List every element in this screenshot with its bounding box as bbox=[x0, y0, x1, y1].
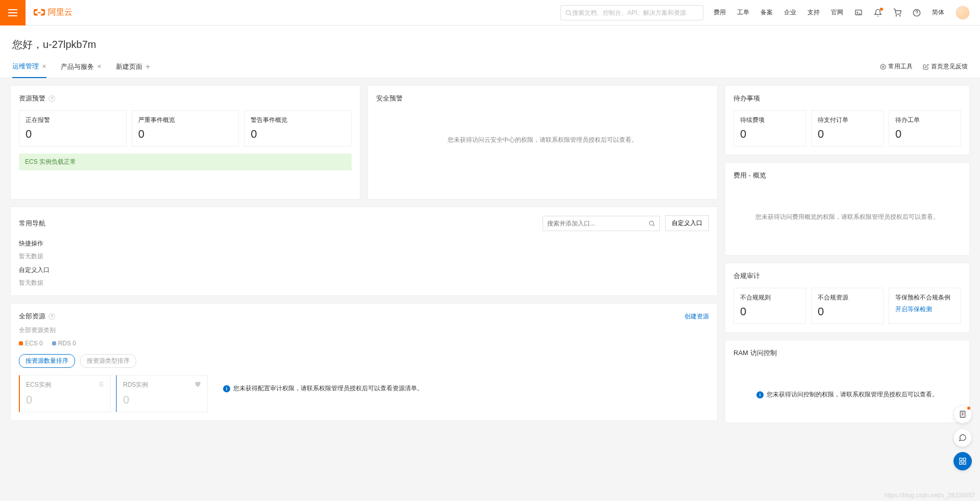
svg-line-1 bbox=[570, 14, 571, 15]
top-link-website[interactable]: 官网 bbox=[831, 8, 843, 17]
svg-point-4 bbox=[900, 15, 900, 16]
legend-ecs: ECS 0 bbox=[19, 340, 43, 347]
gear-icon bbox=[880, 64, 886, 70]
panel-title-text: 资源预警 bbox=[19, 94, 45, 103]
panel-title-text: 常用导航 bbox=[19, 219, 45, 228]
stat-renewal[interactable]: 待续费项 0 bbox=[733, 110, 806, 146]
float-chat-button[interactable] bbox=[953, 429, 972, 430]
stat-pending-order[interactable]: 待支付订单 0 bbox=[811, 110, 884, 146]
tab-new[interactable]: 新建页面 + bbox=[116, 56, 150, 78]
stat-noncompliant-resources[interactable]: 不合规资源 0 bbox=[811, 288, 884, 324]
topbar: 阿里云 费用 工单 备案 企业 支持 官网 简体 bbox=[0, 0, 980, 26]
stat-critical[interactable]: 严重事件概览 0 bbox=[132, 110, 239, 146]
brand-text: 阿里云 bbox=[48, 7, 72, 18]
stat-classified-protection[interactable]: 等保预检不合规条例 开启等保检测 bbox=[889, 288, 961, 324]
quick-ops-label: 快捷操作 bbox=[19, 239, 709, 248]
help-icon[interactable]: ? bbox=[48, 313, 55, 320]
panel-cost: 费用 - 概览 您未获得访问费用概览的权限，请联系权限管理员授权后可以查看。 bbox=[725, 162, 970, 256]
info-icon: i bbox=[223, 385, 230, 392]
tab-label: 运维管理 bbox=[12, 62, 39, 71]
resource-permission-msg: i 您未获得配置审计权限，请联系权限管理员授权后可以查看资源清单。 bbox=[213, 375, 423, 393]
float-survey-button[interactable] bbox=[953, 405, 972, 423]
svg-point-0 bbox=[566, 10, 570, 14]
svg-point-7 bbox=[649, 221, 653, 225]
panel-ram: RAM 访问控制 i 您未获得访问控制的权限，请联系权限管理员授权后可以查看。 bbox=[725, 340, 970, 423]
stat-noncompliant-rules[interactable]: 不合规规则 0 bbox=[733, 288, 806, 324]
hamburger-icon bbox=[8, 9, 17, 16]
help-icon[interactable]: ? bbox=[48, 95, 55, 102]
panel-title-text: 合规审计 bbox=[733, 271, 760, 281]
quick-ops-empty: 暂无数据 bbox=[19, 252, 709, 261]
nav-search[interactable] bbox=[543, 216, 660, 231]
cart-icon[interactable] bbox=[893, 9, 901, 17]
survey-icon bbox=[959, 410, 967, 418]
nav-search-input[interactable] bbox=[547, 220, 648, 227]
svg-rect-2 bbox=[855, 10, 862, 14]
panel-nav: 常用导航 自定义入口 快捷操作 暂无数据 自定义入口 暂无数据 bbox=[10, 207, 718, 296]
custom-entry-button[interactable]: 自定义入口 bbox=[665, 215, 709, 231]
enable-protection-link[interactable]: 开启等保检测 bbox=[895, 305, 954, 314]
stat-pending-ticket[interactable]: 待办工单 0 bbox=[889, 110, 961, 146]
panel-compliance: 合规审计 不合规规则 0 不合规资源 0 等保预检不合规条例 开启等保检测 bbox=[725, 263, 970, 333]
close-icon[interactable]: ✕ bbox=[42, 63, 46, 70]
custom-entry-empty: 暂无数据 bbox=[19, 279, 709, 287]
legend-rds: RDS 0 bbox=[52, 340, 76, 347]
top-links: 费用 工单 备案 企业 支持 官网 简体 bbox=[703, 6, 980, 20]
panel-title-text: 全部资源 bbox=[19, 312, 45, 321]
terminal-icon[interactable] bbox=[854, 9, 863, 17]
security-empty-msg: 您未获得访问云安全中心的权限，请联系权限管理员授权后可以查看。 bbox=[376, 110, 709, 170]
instance-ecs[interactable]: ECS实例 0 bbox=[19, 375, 111, 412]
stat-warning[interactable]: 警告事件概览 0 bbox=[244, 110, 352, 146]
hamburger-button[interactable] bbox=[0, 0, 26, 26]
greeting: 您好，u-27lpkb7m bbox=[0, 26, 980, 56]
svg-point-3 bbox=[896, 15, 896, 16]
add-icon[interactable]: + bbox=[145, 62, 150, 71]
notification-icon[interactable] bbox=[874, 9, 882, 17]
custom-entry-label: 自定义入口 bbox=[19, 266, 709, 274]
ecs-load-banner: ECS 实例负载正常 bbox=[19, 154, 352, 170]
panel-resources: 全部资源 ? 创建资源 全部资源类别 ECS 0 RDS 0 按资源数量排序 按… bbox=[10, 303, 718, 421]
tab-ops[interactable]: 运维管理 ✕ bbox=[12, 56, 46, 78]
search-icon bbox=[648, 220, 655, 227]
resource-category: 全部资源类别 bbox=[19, 326, 709, 335]
tools-link[interactable]: 常用工具 bbox=[880, 62, 913, 71]
top-link-cost[interactable]: 费用 bbox=[714, 8, 726, 17]
panel-title-text: 待办事项 bbox=[733, 94, 760, 103]
logo[interactable]: 阿里云 bbox=[26, 7, 81, 18]
panel-resource-alert: 资源预警 ? 正在报警 0 严重事件概览 0 警告事件概览 bbox=[10, 85, 360, 199]
top-link-ticket[interactable]: 工单 bbox=[737, 8, 749, 17]
top-link-enterprise[interactable]: 企业 bbox=[784, 8, 796, 17]
panel-security-alert: 安全预警 您未获得访问云安全中心的权限，请联系权限管理员授权后可以查看。 bbox=[368, 85, 718, 199]
tab-products[interactable]: 产品与服务 ✕ bbox=[61, 56, 102, 78]
panel-title-text: 安全预警 bbox=[376, 94, 403, 103]
tabs-row: 运维管理 ✕ 产品与服务 ✕ 新建页面 + 常用工具 首页意见反馈 bbox=[0, 56, 980, 78]
sort-by-type[interactable]: 按资源类型排序 bbox=[80, 354, 136, 368]
list-icon bbox=[97, 381, 104, 388]
feedback-link[interactable]: 首页意见反馈 bbox=[923, 62, 968, 71]
svg-line-8 bbox=[653, 224, 654, 226]
top-link-support[interactable]: 支持 bbox=[807, 8, 820, 17]
panel-title-text: 费用 - 概览 bbox=[733, 171, 766, 180]
close-icon[interactable]: ✕ bbox=[97, 63, 102, 70]
panel-title-text: RAM 访问控制 bbox=[733, 348, 777, 358]
edit-icon bbox=[923, 64, 929, 70]
panel-todo: 待办事项 待续费项 0 待支付订单 0 待办工单 0 bbox=[725, 85, 970, 155]
notification-dot bbox=[967, 407, 970, 410]
notification-dot bbox=[880, 8, 883, 11]
floating-buttons bbox=[953, 405, 972, 430]
sort-by-count[interactable]: 按资源数量排序 bbox=[19, 354, 75, 368]
stat-alarming[interactable]: 正在报警 0 bbox=[19, 110, 127, 146]
resource-legend: ECS 0 RDS 0 bbox=[19, 340, 709, 347]
tab-label: 新建页面 bbox=[116, 62, 142, 71]
avatar[interactable] bbox=[955, 6, 970, 20]
aliyun-logo-icon bbox=[34, 8, 45, 17]
help-top-icon[interactable] bbox=[913, 9, 921, 17]
create-resource-link[interactable]: 创建资源 bbox=[684, 312, 709, 321]
info-icon: i bbox=[756, 391, 764, 398]
instance-rds[interactable]: RDS实例 0 bbox=[116, 375, 208, 412]
global-search[interactable] bbox=[560, 5, 703, 20]
heart-icon bbox=[194, 381, 201, 388]
global-search-input[interactable] bbox=[572, 9, 699, 16]
top-link-beian[interactable]: 备案 bbox=[761, 8, 773, 17]
language-switch[interactable]: 简体 bbox=[932, 8, 944, 17]
